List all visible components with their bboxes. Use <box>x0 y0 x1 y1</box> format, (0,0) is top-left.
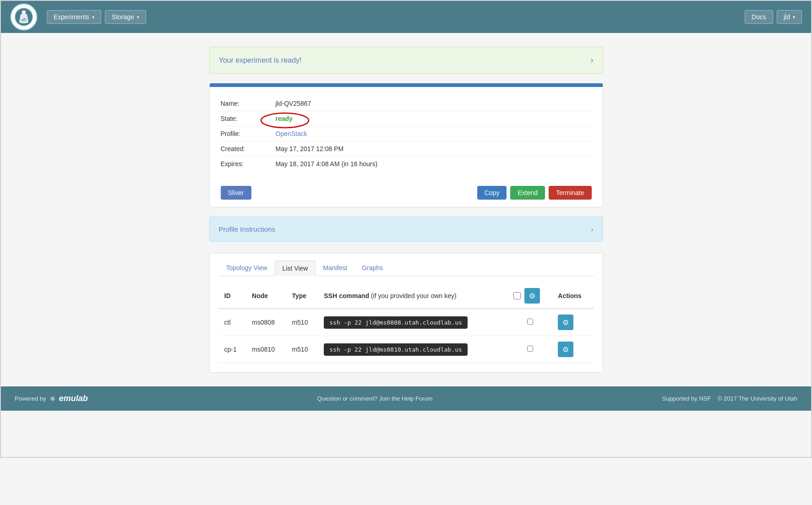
footer-powered-by: Powered by <box>15 395 46 402</box>
storage-label: Storage <box>112 13 134 21</box>
expires-value: May 18, 2017 4:08 AM (in 16 hours) <box>276 160 378 168</box>
name-value: jld-QV25867 <box>276 100 311 107</box>
sliver-button[interactable]: Sliver <box>221 186 251 200</box>
cell-id: cp-1 <box>219 336 247 363</box>
cell-node: ms0810 <box>246 336 286 363</box>
master-checkbox[interactable] <box>513 292 521 299</box>
info-table: Name: jld-QV25867 State: ready Profile: … <box>210 87 603 180</box>
profile-row: Profile: OpenStack <box>221 126 592 141</box>
ssh-command-text[interactable]: ssh -p 22 jld@ms0808.utah.cloudlab.us <box>324 316 468 329</box>
th-id: ID <box>219 283 247 309</box>
svg-rect-1 <box>22 11 26 14</box>
profile-instructions-label: Profile Instructions <box>219 225 275 233</box>
cell-actions: ⚙ <box>552 309 593 336</box>
expires-label: Expires: <box>221 160 276 168</box>
cell-checkbox <box>508 336 552 363</box>
experiment-ready-banner[interactable]: Your experiment is ready! › <box>209 47 603 74</box>
buttons-row: Sliver Copy Extend Terminate <box>210 180 603 207</box>
footer-logo-text: emulab <box>59 394 88 403</box>
tab-topology-view[interactable]: Topology View <box>219 261 275 276</box>
navbar: Experiments ▾ Storage ▾ Docs jld ▾ <box>1 1 811 33</box>
nodes-table: ID Node Type SSH command (if you provide… <box>219 283 594 363</box>
storage-menu-button[interactable]: Storage ▾ <box>105 10 146 24</box>
footer-question: Question or comment? Join the Help Forum <box>317 395 433 402</box>
svg-point-4 <box>24 20 26 21</box>
name-row: Name: jld-QV25867 <box>221 96 592 111</box>
footer-help-link[interactable]: Question or comment? Join the Help Forum <box>317 395 433 402</box>
footer-logo: Powered by ❄ emulab <box>15 394 88 403</box>
created-value: May 17, 2017 12:08 PM <box>276 145 344 152</box>
footer: Powered by ❄ emulab Question or comment?… <box>1 386 811 411</box>
info-card-bar <box>210 83 603 87</box>
cell-ssh: ssh -p 22 jld@ms0808.utah.cloudlab.us <box>318 309 508 336</box>
row-checkbox[interactable] <box>527 346 533 352</box>
profile-value[interactable]: OpenStack <box>276 130 307 137</box>
row-checkbox[interactable] <box>527 319 533 325</box>
extend-button[interactable]: Extend <box>510 186 545 200</box>
tab-graphs[interactable]: Graphs <box>354 261 390 276</box>
footer-nsf: Supported by NSF <box>662 395 711 402</box>
th-ssh-note: (if you provided your own key) <box>371 292 457 299</box>
logo <box>10 3 38 31</box>
cell-type: m510 <box>286 336 318 363</box>
cell-id: ctl <box>219 309 247 336</box>
experiment-ready-message: Your experiment is ready! <box>219 56 302 65</box>
action-buttons: Copy Extend Terminate <box>477 186 592 200</box>
experiment-info-card: Name: jld-QV25867 State: ready Profile: … <box>209 83 603 207</box>
tabs-nav: Topology View List View Manifest Graphs <box>219 261 594 276</box>
docs-label: Docs <box>752 13 766 21</box>
profile-label: Profile: <box>221 130 276 137</box>
master-gear-button[interactable]: ⚙ <box>524 288 540 304</box>
terminate-button[interactable]: Terminate <box>549 186 591 200</box>
th-type: Type <box>286 283 318 309</box>
th-checkbox-col: ⚙ <box>508 283 552 309</box>
cell-type: m510 <box>286 309 318 336</box>
experiment-ready-chevron: › <box>591 55 594 65</box>
user-caret: ▾ <box>793 15 795 20</box>
th-actions: Actions <box>552 283 593 309</box>
expires-row: Expires: May 18, 2017 4:08 AM (in 16 hou… <box>221 157 592 171</box>
footer-support: Supported by NSF © 2017 The University o… <box>662 395 797 402</box>
name-label: Name: <box>221 100 276 107</box>
state-value: ready <box>276 115 293 122</box>
th-node: Node <box>246 283 286 309</box>
created-row: Created: May 17, 2017 12:08 PM <box>221 141 592 157</box>
experiments-caret: ▾ <box>92 15 94 20</box>
profile-instructions-banner[interactable]: Profile Instructions › <box>209 217 603 242</box>
footer-copyright: © 2017 The University of Utah <box>718 395 797 402</box>
table-row: ctl ms0808 m510 ssh -p 22 jld@ms0808.uta… <box>219 309 594 336</box>
cell-node: ms0808 <box>246 309 286 336</box>
cell-ssh: ssh -p 22 jld@ms0810.utah.cloudlab.us <box>318 336 508 363</box>
storage-caret: ▾ <box>137 15 139 20</box>
tabs-section: Topology View List View Manifest Graphs … <box>209 253 603 373</box>
state-row: State: ready <box>221 111 592 126</box>
row-gear-button[interactable]: ⚙ <box>558 342 573 357</box>
docs-button[interactable]: Docs <box>745 10 773 24</box>
user-label: jld <box>784 13 790 21</box>
th-ssh-label: SSH command <box>324 292 369 299</box>
th-ssh: SSH command (if you provided your own ke… <box>318 283 508 309</box>
ssh-command-text[interactable]: ssh -p 22 jld@ms0810.utah.cloudlab.us <box>324 343 468 356</box>
cell-checkbox <box>508 309 552 336</box>
created-label: Created: <box>221 145 276 152</box>
experiments-label: Experiments <box>54 13 89 21</box>
table-row: cp-1 ms0810 m510 ssh -p 22 jld@ms0810.ut… <box>219 336 594 363</box>
svg-point-3 <box>22 18 23 20</box>
tab-manifest[interactable]: Manifest <box>316 261 354 276</box>
cell-actions: ⚙ <box>552 336 593 363</box>
state-label: State: <box>221 115 276 122</box>
copy-button[interactable]: Copy <box>477 186 507 200</box>
tab-list-view[interactable]: List View <box>275 261 316 276</box>
profile-instructions-chevron: › <box>591 225 594 233</box>
row-gear-button[interactable]: ⚙ <box>558 315 573 330</box>
experiments-menu-button[interactable]: Experiments ▾ <box>47 10 101 24</box>
user-menu-button[interactable]: jld ▾ <box>777 10 802 24</box>
main-content: Your experiment is ready! › Name: jld-QV… <box>200 47 612 373</box>
footer-snowflake-icon: ❄ <box>50 395 55 402</box>
